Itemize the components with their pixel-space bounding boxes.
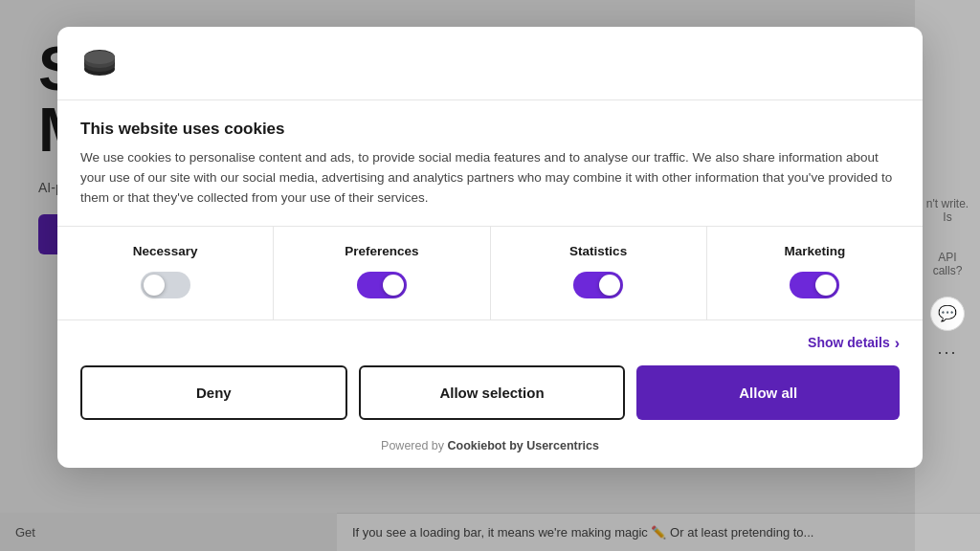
- statistics-label: Statistics: [569, 244, 627, 258]
- necessary-label: Necessary: [133, 244, 198, 258]
- show-details-label: Show details: [808, 335, 890, 350]
- toggle-section: Necessary Preferences Statistics Marketi…: [57, 227, 923, 320]
- toggle-col-preferences: Preferences: [274, 227, 490, 320]
- necessary-toggle[interactable]: [141, 272, 190, 298]
- show-details-row: Show details ›: [57, 320, 923, 365]
- dots-icon: ···: [937, 342, 957, 363]
- modal-buttons: Deny Allow selection Allow all: [57, 365, 923, 439]
- necessary-toggle-thumb: [144, 275, 165, 296]
- modal-logo-area: [57, 27, 923, 100]
- allow-all-button[interactable]: Allow all: [636, 365, 900, 420]
- toggle-col-statistics: Statistics: [491, 227, 707, 320]
- preferences-toggle[interactable]: [357, 272, 407, 298]
- preferences-label: Preferences: [345, 244, 418, 258]
- toggle-col-necessary: Necessary: [57, 227, 274, 320]
- modal-title: This website uses cookies: [80, 120, 900, 139]
- statistics-toggle-thumb: [599, 275, 620, 296]
- powered-by: Powered by Cookiebot by Usercentrics: [57, 439, 923, 468]
- preferences-toggle-thumb: [383, 275, 404, 296]
- right-panel-api: API calls?: [915, 243, 980, 285]
- marketing-toggle[interactable]: [790, 272, 839, 298]
- marketing-toggle-thumb: [815, 275, 836, 296]
- svg-point-8: [84, 51, 115, 64]
- modal-description: We use cookies to personalise content an…: [80, 148, 900, 209]
- right-panel: n't write. Is API calls? 💬 ···: [915, 0, 980, 551]
- chevron-right-icon: ›: [895, 335, 900, 352]
- powered-by-brand: Cookiebot by Usercentrics: [448, 439, 599, 452]
- modal-header: This website uses cookies We use cookies…: [57, 100, 923, 227]
- toggle-col-marketing: Marketing: [707, 227, 923, 320]
- cookiebot-logo-icon: [80, 44, 119, 82]
- allow-selection-button[interactable]: Allow selection: [359, 365, 626, 420]
- right-panel-text: n't write. Is: [915, 189, 980, 231]
- statistics-toggle[interactable]: [573, 272, 623, 298]
- show-details-link[interactable]: Show details ›: [808, 334, 900, 352]
- powered-by-text: Powered by: [381, 439, 447, 452]
- deny-button[interactable]: Deny: [80, 365, 347, 420]
- cookie-modal: This website uses cookies We use cookies…: [57, 27, 923, 468]
- chat-icon[interactable]: 💬: [930, 297, 965, 331]
- marketing-label: Marketing: [784, 244, 845, 258]
